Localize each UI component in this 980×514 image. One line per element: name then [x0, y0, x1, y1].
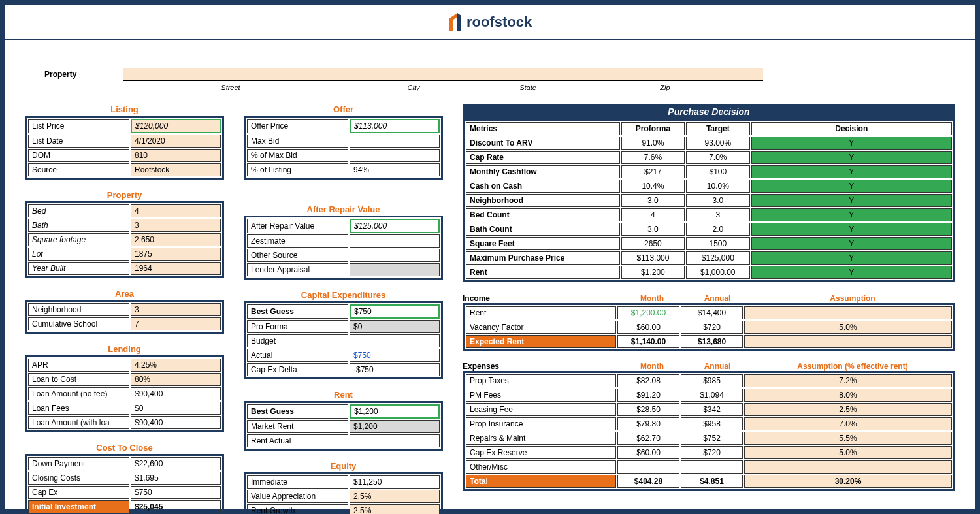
right-column: Purchase Decision MetricsProformaTargetD… — [463, 104, 955, 514]
capex-header: Capital Expenditures — [244, 290, 443, 300]
equity-block: Equity Immediate$11,250Value Appreciatio… — [244, 461, 443, 514]
listing-block: Listing List Price$120,000List Date4/1/2… — [25, 104, 224, 180]
left-column: Listing List Price$120,000List Date4/1/2… — [25, 104, 224, 514]
property-label: Property — [25, 70, 116, 79]
property-header: Property — [25, 190, 224, 200]
zip-caption: Zip — [567, 84, 763, 91]
ctc-block: Cost To Close Down Payment$22,600Closing… — [25, 443, 224, 514]
property-address-row: Property — [25, 68, 955, 81]
area-table[interactable]: Neighborhood3Cumulative School7 — [25, 300, 224, 334]
rent-header: Rent — [244, 390, 443, 400]
ctc-table[interactable]: Down Payment$22,600Closing Costs$1,695Ca… — [25, 454, 224, 514]
street-field[interactable] — [123, 68, 338, 81]
capex-table[interactable]: Best Guess$750Pro Forma$0BudgetActual$75… — [244, 301, 443, 379]
offer-block: Offer Offer Price$113,000Max Bid% of Max… — [244, 104, 443, 180]
lending-header: Lending — [25, 344, 224, 354]
property-fields — [123, 68, 955, 81]
property-table[interactable]: Bed4Bath3Square footage2,650Lot1875Year … — [25, 201, 224, 278]
area-block: Area Neighborhood3Cumulative School7 — [25, 289, 224, 334]
listing-table[interactable]: List Price$120,000List Date4/1/2020DOM81… — [25, 116, 224, 180]
city-field[interactable] — [338, 68, 489, 81]
income-table[interactable]: Rent$1,200.00$14,400Vacancy Factor$60.00… — [463, 303, 955, 351]
offer-header: Offer — [244, 104, 443, 114]
zip-field[interactable] — [567, 68, 763, 81]
city-caption: City — [338, 84, 489, 91]
lending-table[interactable]: APR4.25%Loan to Cost80%Loan Amount (no f… — [25, 355, 224, 432]
rent-block: Rent Best Guess$1,200Market Rent$1,200Re… — [244, 390, 443, 451]
expenses-col-assumption: Assumption (% effective rent) — [750, 362, 955, 371]
listing-header: Listing — [25, 104, 224, 114]
income-block: Income Month Annual Assumption Rent$1,20… — [463, 294, 955, 351]
expenses-block: Expenses Month Annual Assumption (% effe… — [463, 362, 955, 491]
pd-header: Purchase Decision — [463, 104, 955, 119]
expenses-col-month: Month — [619, 362, 685, 371]
expenses-col-annual: Annual — [685, 362, 750, 371]
expenses-h: Expenses — [463, 362, 619, 371]
logo-text: roofstock — [466, 14, 532, 31]
income-col-month: Month — [619, 294, 685, 303]
equity-header: Equity — [244, 461, 443, 471]
header-bar: roofstock — [5, 5, 975, 39]
purchase-decision-block: Purchase Decision MetricsProformaTargetD… — [463, 104, 955, 282]
income-col-assumption: Assumption — [750, 294, 955, 303]
columns: Listing List Price$120,000List Date4/1/2… — [25, 104, 955, 514]
capex-block: Capital Expenditures Best Guess$750Pro F… — [244, 290, 443, 379]
offer-table[interactable]: Offer Price$113,000Max Bid% of Max Bid% … — [244, 116, 443, 180]
pd-table[interactable]: MetricsProformaTargetDecisionDiscount To… — [463, 119, 955, 282]
income-col-annual: Annual — [685, 294, 750, 303]
area-header: Area — [25, 289, 224, 298]
state-caption: State — [489, 84, 567, 91]
street-caption: Street — [123, 84, 338, 91]
logo: roofstock — [448, 13, 532, 31]
arv-header: After Repair Value — [244, 204, 443, 214]
income-headers: Income Month Annual Assumption — [463, 294, 955, 303]
expenses-headers: Expenses Month Annual Assumption (% effe… — [463, 362, 955, 371]
spreadsheet-frame: roofstock Property Street City State Zip… — [0, 0, 980, 514]
sheet-body: Property Street City State Zip Listing L… — [5, 55, 975, 514]
state-field[interactable] — [489, 68, 567, 81]
equity-table[interactable]: Immediate$11,250Value Appreciation2.5%Re… — [244, 472, 443, 514]
arv-table[interactable]: After Repair Value$125,000ZestimateOther… — [244, 216, 443, 280]
lending-block: Lending APR4.25%Loan to Cost80%Loan Amou… — [25, 344, 224, 432]
property-captions: Street City State Zip — [25, 84, 955, 91]
roofstock-icon — [448, 13, 463, 31]
expenses-table[interactable]: Prop Taxes$82.08$9857.2%PM Fees$91.20$1,… — [463, 371, 955, 491]
rent-table[interactable]: Best Guess$1,200Market Rent$1,200Rent Ac… — [244, 401, 443, 451]
arv-block: After Repair Value After Repair Value$12… — [244, 204, 443, 280]
ctc-header: Cost To Close — [25, 443, 224, 453]
middle-column: Offer Offer Price$113,000Max Bid% of Max… — [244, 104, 443, 514]
income-h: Income — [463, 294, 619, 303]
property-block: Property Bed4Bath3Square footage2,650Lot… — [25, 190, 224, 278]
